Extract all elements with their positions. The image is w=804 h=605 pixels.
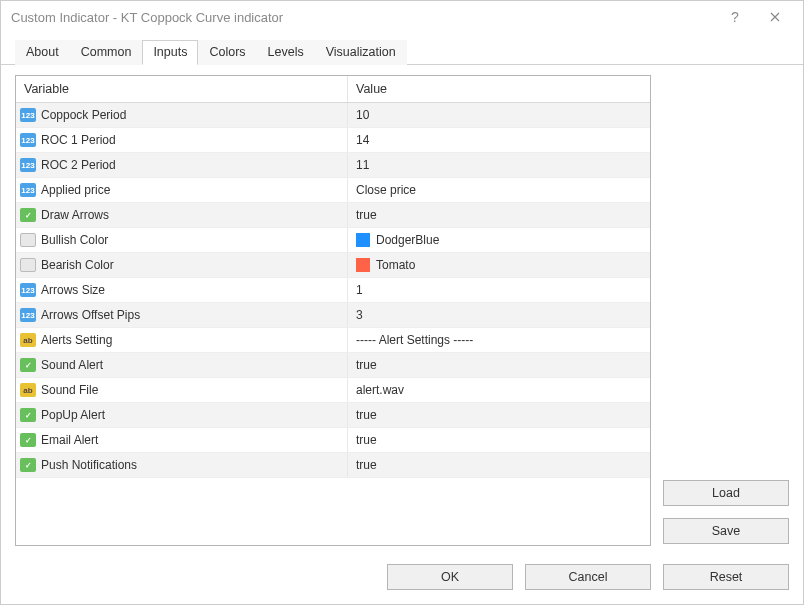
tab-visualization[interactable]: Visualization <box>315 40 407 65</box>
close-icon <box>770 12 780 22</box>
column-value[interactable]: Value <box>348 76 650 102</box>
value-cell[interactable]: true <box>348 403 650 427</box>
value-cell[interactable]: alert.wav <box>348 378 650 402</box>
save-button[interactable]: Save <box>663 518 789 544</box>
tab-strip: AboutCommonInputsColorsLevelsVisualizati… <box>1 39 803 65</box>
variable-cell: 123Coppock Period <box>16 103 348 127</box>
side-buttons: Load Save <box>663 75 789 546</box>
variable-cell: ✓PopUp Alert <box>16 403 348 427</box>
table-row[interactable]: ✓Draw Arrowstrue <box>16 203 650 228</box>
tab-inputs[interactable]: Inputs <box>142 40 198 65</box>
table-row[interactable]: ✓Push Notificationstrue <box>16 453 650 478</box>
value-text: true <box>356 358 377 372</box>
value-cell[interactable]: Tomato <box>348 253 650 277</box>
value-cell[interactable]: true <box>348 353 650 377</box>
value-cell[interactable]: true <box>348 453 650 477</box>
variable-cell: ✓Draw Arrows <box>16 203 348 227</box>
variable-label: Coppock Period <box>41 108 126 122</box>
value-text: ----- Alert Settings ----- <box>356 333 473 347</box>
variable-cell: 123ROC 1 Period <box>16 128 348 152</box>
footer-buttons: OK Cancel Reset <box>1 554 803 604</box>
value-cell[interactable]: 10 <box>348 103 650 127</box>
variable-label: Sound Alert <box>41 358 103 372</box>
tab-common[interactable]: Common <box>70 40 143 65</box>
value-text: Close price <box>356 183 416 197</box>
ok-button[interactable]: OK <box>387 564 513 590</box>
variable-label: Arrows Offset Pips <box>41 308 140 322</box>
variable-label: PopUp Alert <box>41 408 105 422</box>
reset-button[interactable]: Reset <box>663 564 789 590</box>
value-cell[interactable]: true <box>348 203 650 227</box>
int-icon: 123 <box>20 308 36 322</box>
table-row[interactable]: ✓Email Alerttrue <box>16 428 650 453</box>
variable-cell: ✓Sound Alert <box>16 353 348 377</box>
table-row[interactable]: 123Arrows Size1 <box>16 278 650 303</box>
value-text: Tomato <box>376 258 415 272</box>
variable-label: Arrows Size <box>41 283 105 297</box>
value-text: true <box>356 458 377 472</box>
value-cell[interactable]: true <box>348 428 650 452</box>
value-text: true <box>356 208 377 222</box>
close-button[interactable] <box>755 3 795 31</box>
variable-label: Bearish Color <box>41 258 114 272</box>
value-text: 14 <box>356 133 369 147</box>
variable-cell: 123Arrows Offset Pips <box>16 303 348 327</box>
value-cell[interactable]: ----- Alert Settings ----- <box>348 328 650 352</box>
value-text: 11 <box>356 158 369 172</box>
value-cell[interactable]: 3 <box>348 303 650 327</box>
color-icon <box>20 258 36 272</box>
int-icon: 123 <box>20 183 36 197</box>
help-button[interactable]: ? <box>715 3 755 31</box>
value-text: alert.wav <box>356 383 404 397</box>
value-text: true <box>356 408 377 422</box>
variable-cell: Bullish Color <box>16 228 348 252</box>
variable-label: Email Alert <box>41 433 98 447</box>
table-row[interactable]: abAlerts Setting----- Alert Settings ---… <box>16 328 650 353</box>
titlebar: Custom Indicator - KT Coppock Curve indi… <box>1 1 803 33</box>
table-row[interactable]: ✓Sound Alerttrue <box>16 353 650 378</box>
tab-about[interactable]: About <box>15 40 70 65</box>
variable-cell: 123ROC 2 Period <box>16 153 348 177</box>
value-cell[interactable]: DodgerBlue <box>348 228 650 252</box>
table-row[interactable]: abSound Filealert.wav <box>16 378 650 403</box>
variable-cell: Bearish Color <box>16 253 348 277</box>
table-row[interactable]: 123Applied priceClose price <box>16 178 650 203</box>
table-header: Variable Value <box>16 76 650 103</box>
value-cell[interactable]: Close price <box>348 178 650 202</box>
variable-label: Draw Arrows <box>41 208 109 222</box>
value-cell[interactable]: 1 <box>348 278 650 302</box>
value-text: 10 <box>356 108 369 122</box>
column-variable[interactable]: Variable <box>16 76 348 102</box>
variable-cell: abSound File <box>16 378 348 402</box>
table-row[interactable]: 123ROC 1 Period14 <box>16 128 650 153</box>
table-row[interactable]: Bearish ColorTomato <box>16 253 650 278</box>
variable-label: ROC 1 Period <box>41 133 116 147</box>
variable-cell: 123Arrows Size <box>16 278 348 302</box>
variable-cell: ✓Push Notifications <box>16 453 348 477</box>
variable-cell: ✓Email Alert <box>16 428 348 452</box>
variable-cell: 123Applied price <box>16 178 348 202</box>
value-text: DodgerBlue <box>376 233 439 247</box>
table-row[interactable]: 123Arrows Offset Pips3 <box>16 303 650 328</box>
value-cell[interactable]: 11 <box>348 153 650 177</box>
cancel-button[interactable]: Cancel <box>525 564 651 590</box>
color-icon <box>20 233 36 247</box>
load-button[interactable]: Load <box>663 480 789 506</box>
int-icon: 123 <box>20 158 36 172</box>
value-text: 1 <box>356 283 363 297</box>
variable-label: Push Notifications <box>41 458 137 472</box>
value-cell[interactable]: 14 <box>348 128 650 152</box>
variable-cell: abAlerts Setting <box>16 328 348 352</box>
table-row[interactable]: Bullish ColorDodgerBlue <box>16 228 650 253</box>
color-swatch <box>356 258 370 272</box>
window-title: Custom Indicator - KT Coppock Curve indi… <box>11 10 283 25</box>
int-icon: 123 <box>20 133 36 147</box>
bool-icon: ✓ <box>20 458 36 472</box>
table-row[interactable]: 123Coppock Period10 <box>16 103 650 128</box>
variable-label: Bullish Color <box>41 233 108 247</box>
table-row[interactable]: 123ROC 2 Period11 <box>16 153 650 178</box>
table-row[interactable]: ✓PopUp Alerttrue <box>16 403 650 428</box>
tab-colors[interactable]: Colors <box>198 40 256 65</box>
tab-levels[interactable]: Levels <box>257 40 315 65</box>
inputs-table: Variable Value 123Coppock Period10123ROC… <box>15 75 651 546</box>
